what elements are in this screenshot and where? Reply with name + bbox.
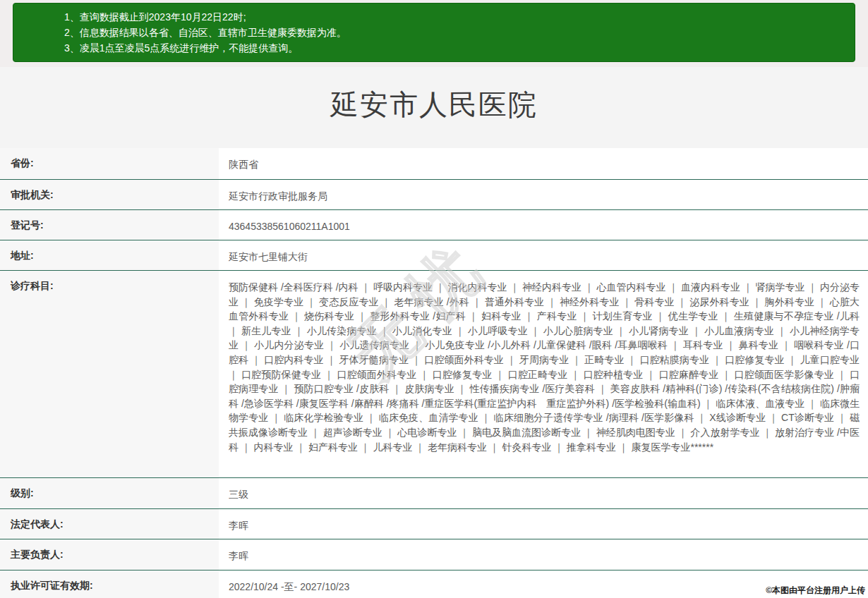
table-row-departments: 诊疗科目: 预防保健科 /全科医疗科 /内科 ｜ 呼吸内科专业 ｜ 消化内科专业… — [0, 270, 868, 477]
table-row-address: 地址: 延安市七里铺大街 — [0, 240, 868, 270]
title-band: 延安市人民医院 — [0, 67, 868, 148]
notice-line-3: 3、凌晨1点至凌晨5点系统进行维护，不能提供查询。 — [64, 40, 848, 56]
uploaded-by-note: ©本图由平台注册用户上传 — [766, 585, 865, 597]
row-label: 诊疗科目: — [0, 271, 219, 477]
table-row-legal-representative: 法定代表人: 李晖 — [0, 508, 868, 539]
page-title: 延安市人民医院 — [0, 67, 868, 124]
row-label: 主要负责人: — [0, 539, 219, 570]
row-value: 三级 — [219, 478, 868, 508]
row-value: 延安市七里铺大街 — [219, 240, 868, 270]
row-label: 执业许可证有效期: — [0, 570, 219, 598]
table-row-license-validity: 执业许可证有效期: 2022/10/24 -至- 2027/10/23 — [0, 570, 868, 598]
row-label: 审批机关: — [0, 180, 219, 209]
row-value: 43645338561060211A1001 — [219, 210, 868, 240]
row-label: 省份: — [0, 148, 219, 179]
top-strip: 1、查询数据截止到2023年10月22日22时; 2、信息数据结果以各省、自治区… — [0, 0, 868, 67]
table-row-registration-number: 登记号: 43645338561060211A1001 — [0, 209, 868, 240]
notice-box: 1、查询数据截止到2023年10月22日22时; 2、信息数据结果以各省、自治区… — [13, 3, 855, 62]
notice-line-2: 2、信息数据结果以各省、自治区、直辖市卫生健康委数据为准。 — [64, 25, 848, 40]
table-row-approval-authority: 审批机关: 延安市行政审批服务局 — [0, 179, 868, 209]
table-row-province: 省份: 陕西省 — [0, 148, 868, 179]
row-value: 延安市行政审批服务局 — [219, 180, 868, 209]
row-label: 法定代表人: — [0, 509, 219, 539]
table-row-level: 级别: 三级 — [0, 477, 868, 508]
row-value: 李晖 — [219, 509, 868, 539]
row-value: 预防保健科 /全科医疗科 /内科 ｜ 呼吸内科专业 ｜ 消化内科专业 ｜ 神经内… — [219, 271, 868, 477]
row-value: 陕西省 — [219, 148, 868, 179]
hospital-info-page: 1、查询数据截止到2023年10月22日22时; 2、信息数据结果以各省、自治区… — [0, 0, 868, 598]
notice-line-1: 1、查询数据截止到2023年10月22日22时; — [64, 9, 848, 25]
row-label: 登记号: — [0, 210, 219, 240]
info-table: 省份: 陕西省 审批机关: 延安市行政审批服务局 登记号: 4364533856… — [0, 148, 868, 598]
row-label: 级别: — [0, 478, 219, 508]
row-value: 李晖 — [219, 539, 868, 570]
table-row-main-responsible: 主要负责人: 李晖 — [0, 539, 868, 570]
row-label: 地址: — [0, 240, 219, 270]
